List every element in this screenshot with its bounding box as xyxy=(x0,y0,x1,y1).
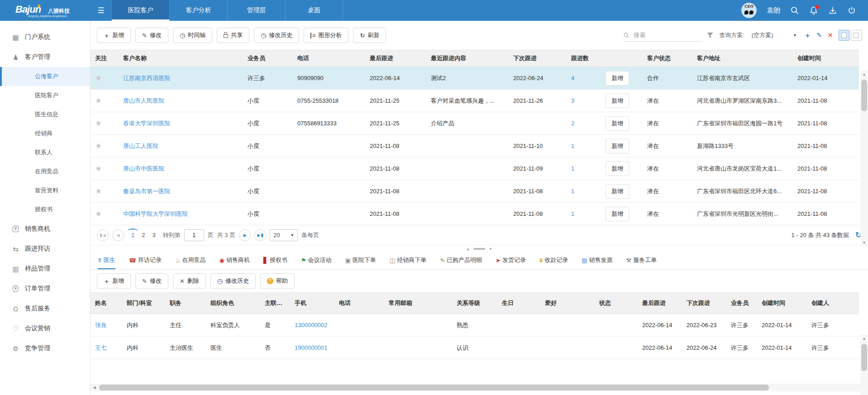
column-header[interactable]: 生日 xyxy=(497,299,540,307)
doctor-row[interactable]: 王七 内科 主治医生 医生 否 1900000001 认识 2022-06-14… xyxy=(91,337,859,359)
column-header[interactable]: 关系等级 xyxy=(452,299,497,307)
detail-toolbar-button[interactable]: 删除 xyxy=(173,273,206,289)
scrollbar-thumb[interactable] xyxy=(861,344,867,371)
follow-count-link[interactable]: 1 xyxy=(571,165,574,172)
mobile-link[interactable]: 1300000002 xyxy=(295,322,327,328)
collapse-up-icon[interactable]: ▲ xyxy=(466,247,470,251)
follow-count-link[interactable]: 3 xyxy=(571,97,574,104)
column-header[interactable]: 业务员 xyxy=(726,299,757,307)
column-header[interactable]: 客户地址 xyxy=(692,54,793,62)
column-header[interactable]: 跟进数 xyxy=(567,54,601,62)
customer-row[interactable]: 唐山市人民医院 小度 0755-25533018 2021-11-25 客户对采… xyxy=(91,90,859,112)
column-header[interactable]: 爱好 xyxy=(540,299,595,307)
add-plan-icon[interactable]: ＋ xyxy=(804,31,811,40)
hamburger-menu-icon[interactable]: ☰ xyxy=(91,0,111,21)
row-add-button[interactable]: 新增 xyxy=(606,139,629,153)
toolbar-button[interactable]: 刷新 xyxy=(353,28,386,43)
detail-tab[interactable]: 在用竞品 xyxy=(175,256,206,269)
row-add-button[interactable]: 新增 xyxy=(606,184,629,199)
first-page-button[interactable]: ▮◀ xyxy=(97,229,109,241)
column-header[interactable]: 部门/科室 xyxy=(122,299,165,307)
search-icon[interactable] xyxy=(790,6,799,15)
follow-count-link[interactable]: 2 xyxy=(571,120,574,127)
sidebar-item[interactable]: 竞争管理 xyxy=(0,338,90,358)
list-view-toggle[interactable] xyxy=(839,30,849,41)
customer-row[interactable]: 唐山市中医医院 小度 2021-11-08 2021-11-09 1 新增 潜在… xyxy=(91,157,859,180)
follow-count-link[interactable]: 1 xyxy=(571,143,574,149)
doctor-name-link[interactable]: 王七 xyxy=(95,344,107,351)
detail-toolbar-button[interactable]: 新增 xyxy=(97,273,131,289)
sidebar-item[interactable]: 医生信息 xyxy=(0,105,90,124)
toolbar-button[interactable]: 修改历史 xyxy=(254,28,299,43)
star-icon[interactable] xyxy=(95,119,102,128)
customer-name-link[interactable]: 香港大学深圳医院 xyxy=(123,120,170,127)
filter-funnel-icon[interactable] xyxy=(706,32,714,39)
card-view-toggle[interactable] xyxy=(851,30,862,41)
follow-count-link[interactable]: 4 xyxy=(571,75,574,81)
star-icon[interactable] xyxy=(95,74,102,82)
sidebar-item[interactable]: 公海客户 xyxy=(0,67,90,86)
customer-name-link[interactable]: 中国科学院大学深圳医院 xyxy=(123,210,188,217)
top-nav-tab[interactable]: 医院客户 xyxy=(111,0,169,21)
follow-count-link[interactable]: 1 xyxy=(571,210,574,217)
user-name[interactable]: 袁朗 xyxy=(767,6,780,15)
column-header[interactable]: 最近跟进内容 xyxy=(426,54,509,62)
scroll-down-icon[interactable]: ▼ xyxy=(860,239,868,246)
sidebar-item[interactable]: 经销商 xyxy=(0,124,90,143)
toolbar-button[interactable]: 图形分析 xyxy=(304,28,348,43)
row-add-button[interactable]: 新增 xyxy=(606,94,629,108)
row-add-button[interactable]: 新增 xyxy=(606,71,629,86)
detail-tab[interactable]: 授权书 xyxy=(263,256,287,269)
toolbar-button[interactable]: 时间轴 xyxy=(173,28,212,43)
collapse-down-icon[interactable]: ▼ xyxy=(489,247,492,251)
customer-row[interactable]: 香港大学深圳医院 小度 075586913333 2021-11-25 介绍产品… xyxy=(91,112,859,135)
column-header[interactable]: 组织角色 xyxy=(206,299,260,307)
column-header[interactable]: 手机 xyxy=(290,299,334,307)
sidebar-item[interactable]: 跟进拜访 xyxy=(0,239,90,259)
goto-page-input[interactable] xyxy=(184,229,204,241)
sidebar-item[interactable]: 客户管理 xyxy=(0,47,90,67)
splitter-handle[interactable] xyxy=(473,248,485,250)
page-number[interactable]: 1 xyxy=(128,232,138,238)
detail-toolbar-button[interactable]: 修改历史 xyxy=(210,273,256,289)
column-header[interactable]: 创建时间 xyxy=(793,54,859,62)
customer-row[interactable]: 中国科学院大学深圳医院 小度 2021-11-08 2021-11-08 1 新… xyxy=(91,203,859,225)
column-header[interactable]: 主联系人 xyxy=(260,299,290,307)
column-header[interactable]: 创建时间 xyxy=(757,299,807,307)
customer-name-link[interactable]: 唐山市中医医院 xyxy=(123,165,164,172)
sidebar-item[interactable]: 门户系统 xyxy=(0,27,90,47)
detail-toolbar-button[interactable]: 帮助 xyxy=(260,273,295,289)
customer-row[interactable]: 秦皇岛市第一医院 小度 2021-11-08 2021-11-08 1 新增 潜… xyxy=(91,180,859,203)
horizontal-scrollbar[interactable]: ◀ xyxy=(91,384,868,391)
detail-tab[interactable]: 会议活动 xyxy=(301,256,332,269)
doctor-row[interactable]: 张良 内科 主任 科室负责人 是 1300000002 熟悉 2022-06-1… xyxy=(91,314,859,337)
detail-tab[interactable]: 医生 xyxy=(98,256,115,269)
column-header[interactable]: 职务 xyxy=(165,299,206,307)
customer-name-link[interactable]: 江苏南京西语医院 xyxy=(123,75,170,81)
detail-tab[interactable]: 收款记录 xyxy=(539,256,568,269)
page-size-select[interactable]: 20 ▼ xyxy=(270,229,298,241)
scrollbar-thumb[interactable] xyxy=(99,385,769,390)
page-number[interactable]: 3 xyxy=(148,232,159,238)
detail-tab[interactable]: 拜访记录 xyxy=(129,256,162,269)
row-add-button[interactable]: 新增 xyxy=(606,207,629,221)
query-plan-select[interactable]: (空方案) ▼ xyxy=(750,29,799,41)
customer-table-scrollbar[interactable]: ▲ ▼ xyxy=(860,71,868,246)
column-header[interactable]: 姓名 xyxy=(91,299,122,307)
customer-name-link[interactable]: 秦皇岛市第一医院 xyxy=(123,188,170,195)
column-header[interactable]: 下次跟进 xyxy=(509,54,567,62)
delete-plan-icon[interactable]: ✕ xyxy=(827,31,833,39)
sidebar-item[interactable]: 订单管理 xyxy=(0,279,90,299)
column-header[interactable]: 客户状态 xyxy=(643,54,692,62)
column-header[interactable]: 最后跟进 xyxy=(638,299,682,307)
column-header[interactable]: 业务员 xyxy=(243,54,293,62)
row-add-button[interactable]: 新增 xyxy=(606,162,629,176)
column-header[interactable]: 最后跟进 xyxy=(365,54,426,62)
user-avatar[interactable]: CEO xyxy=(741,3,757,18)
search-box[interactable] xyxy=(623,29,701,42)
sidebar-item[interactable]: 会议营销 xyxy=(0,319,90,338)
top-nav-tab[interactable]: 桌面 xyxy=(285,0,343,21)
edit-plan-icon[interactable]: ✎ xyxy=(816,31,822,39)
column-header[interactable]: 客户名称 xyxy=(119,54,243,62)
detail-tab[interactable]: 已购产品明细 xyxy=(440,256,482,269)
